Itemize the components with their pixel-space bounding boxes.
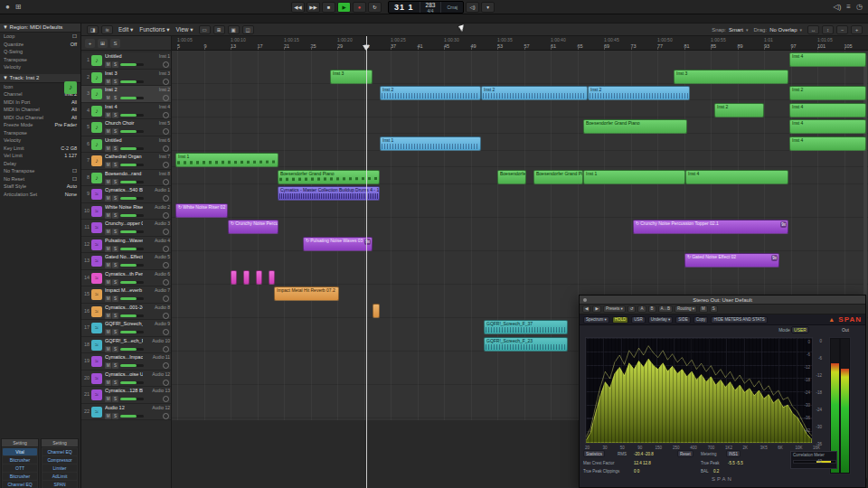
volume-slider[interactable] xyxy=(120,114,144,117)
solo-button[interactable]: S xyxy=(112,262,118,268)
region-inspector-row[interactable]: QuantizeOff xyxy=(0,41,80,49)
mute-button[interactable]: M xyxy=(105,212,111,219)
solo-button[interactable]: S xyxy=(112,296,118,302)
playhead[interactable] xyxy=(366,36,367,488)
solo-button[interactable]: S xyxy=(112,128,118,135)
solo-button[interactable]: S xyxy=(112,95,118,101)
region-inst-2[interactable]: Inst 2 xyxy=(588,86,690,100)
speaker-icon[interactable]: ◁) xyxy=(834,3,842,11)
region-clip[interactable] xyxy=(256,270,262,285)
cycle-button[interactable]: ↻ xyxy=(368,2,382,13)
solo-button[interactable]: S xyxy=(112,229,118,235)
compare-button[interactable]: A xyxy=(637,305,646,313)
region-inst-1[interactable]: Inst 1 xyxy=(583,170,685,184)
solo-button[interactable]: S xyxy=(112,329,118,335)
region-inst-2[interactable]: Inst 2 xyxy=(789,86,866,100)
region-clip[interactable] xyxy=(243,270,250,285)
mute-button[interactable]: M xyxy=(105,145,111,152)
pan-knob[interactable] xyxy=(163,179,169,185)
track-header-22[interactable]: 22≈Audio 12Audio 12MS xyxy=(81,404,172,421)
mute-button[interactable]: M xyxy=(105,362,111,369)
region-inspector-row[interactable]: Q-Swing xyxy=(0,48,80,56)
track-header-17[interactable]: 17≈GQFR!_Screech_F_37Audio 9MS xyxy=(81,320,172,337)
preset-nav-button[interactable]: ◀ xyxy=(582,305,590,313)
plugin-slot[interactable]: Channel EQ xyxy=(42,448,77,455)
volume-slider[interactable] xyxy=(120,147,144,150)
usr-button[interactable]: USR xyxy=(631,316,646,324)
duplicate-track-button[interactable]: ⊞ xyxy=(98,39,108,48)
track-inspector-row[interactable]: Transpose xyxy=(0,129,80,137)
track-icon[interactable]: ♪ xyxy=(64,81,77,94)
apple-menu-icon[interactable]: ● xyxy=(5,3,10,11)
catch-playhead-icon[interactable]: ▣ xyxy=(228,25,240,34)
volume-slider[interactable] xyxy=(120,364,144,367)
pan-knob[interactable] xyxy=(163,162,169,168)
plugin-slot[interactable]: Bitcrusher xyxy=(3,473,37,480)
clock-icon[interactable]: ◷ xyxy=(856,3,863,11)
automation-icon[interactable]: ◨ xyxy=(87,25,99,34)
marquee-tool-icon[interactable]: ⊞ xyxy=(213,25,225,34)
volume-slider[interactable] xyxy=(120,381,144,384)
pan-knob[interactable] xyxy=(163,396,169,402)
solo-button[interactable]: S xyxy=(112,61,118,68)
playhead-marker[interactable] xyxy=(363,45,370,51)
mute-button[interactable]: M xyxy=(105,262,111,268)
track-header-1[interactable]: 1♪UntitledInst 1MS xyxy=(81,52,172,70)
region-boesendorfer-grand-piano[interactable]: Boesendorfer Grand Piano xyxy=(278,170,380,184)
track-inspector-row[interactable]: Vel Limit1 127 xyxy=(0,152,80,160)
zoom-vertical-icon[interactable]: ↕ xyxy=(822,25,834,34)
track-header-21[interactable]: 21≈Cymatics...128 BPMAudio 13MS xyxy=(81,387,172,404)
volume-slider[interactable] xyxy=(120,214,144,217)
region-gqfr-screech-f-37[interactable]: GQFR!_Screech_F_37 xyxy=(484,320,568,334)
track-inspector-row[interactable]: MIDI In PortAll xyxy=(0,99,80,107)
pan-knob[interactable] xyxy=(163,380,169,386)
track-inspector-row[interactable]: Key LimitC-2 G8 xyxy=(0,145,80,153)
track-inspector-row[interactable]: Delay xyxy=(0,160,80,168)
span-plugin-window[interactable]: Stereo Out: User Default ◀▶Presets ▾↺ABA… xyxy=(579,295,866,488)
pan-knob[interactable] xyxy=(163,413,169,419)
track-inspector-row[interactable]: Freeze ModePre Fader xyxy=(0,121,80,129)
channel-strip-stereo-out[interactable]: SettingChannel EQCompressorLimiterAdLimi… xyxy=(41,438,79,488)
stop-button[interactable]: ■ xyxy=(322,2,335,13)
mute-button[interactable]: M xyxy=(105,279,111,286)
close-icon[interactable] xyxy=(583,298,587,302)
spectrum-graph[interactable]: 0-6-12-18-24-30-36-42 xyxy=(585,337,813,444)
compare-button[interactable]: B xyxy=(648,305,656,313)
plugin-slot[interactable]: SPAN xyxy=(42,481,77,488)
track-inspector-row[interactable]: MIDI In ChannelAll xyxy=(0,106,80,114)
channel-mode-button[interactable]: M xyxy=(699,305,708,313)
track-inspector-row[interactable]: Articulation SetNone xyxy=(0,191,80,199)
mute-button[interactable]: M xyxy=(105,79,111,85)
solo-button[interactable]: S xyxy=(112,79,118,85)
plugin-slot[interactable]: Bitcrusher xyxy=(3,456,37,464)
mute-button[interactable]: M xyxy=(105,229,111,235)
region-pulsating-noise-waves-03[interactable]: ↻Pulsating Noise Waves 039x xyxy=(303,237,373,251)
window-grid-icon[interactable]: ⊞ xyxy=(15,3,22,11)
volume-slider[interactable] xyxy=(120,130,144,133)
mute-button[interactable]: M xyxy=(105,329,111,335)
track-header-6[interactable]: 6♪UntitledInst 6MS xyxy=(81,136,172,154)
snap-control[interactable]: Snap: Smart ▾ xyxy=(712,27,748,33)
hold-button[interactable]: HOLD xyxy=(612,316,629,324)
plugin-titlebar[interactable]: Stereo Out: User Default xyxy=(580,296,865,305)
volume-slider[interactable] xyxy=(120,264,144,267)
pointer-tool-icon[interactable]: ▭ xyxy=(199,25,211,34)
mute-button[interactable]: M xyxy=(105,296,111,302)
menu-view[interactable]: View ▾ xyxy=(176,26,193,33)
master-level-icon[interactable]: S xyxy=(110,39,120,48)
channel-strip-inst-2[interactable]: SettingVitalBitcrusherOTTBitcrusherChann… xyxy=(1,438,39,488)
region-impact-metal-hit-reverb-[interactable]: Impact Metal Hit Reverb 07.2 xyxy=(274,286,339,301)
volume-slider[interactable] xyxy=(120,331,144,333)
track-header-11[interactable]: 11≈Crunchy...opper 02Audio 3MS xyxy=(81,220,172,237)
pan-knob[interactable] xyxy=(163,79,169,85)
region-clip[interactable] xyxy=(231,270,237,285)
lcd-tempo-cell[interactable]: 283 4/4 xyxy=(420,2,442,13)
track-header-10[interactable]: 10≈White Noise Riser 02Audio 2MS xyxy=(81,203,172,221)
hide-meters-button[interactable]: HIDE METERS AND STATS xyxy=(711,316,767,324)
mute-button[interactable]: M xyxy=(105,179,111,185)
pan-knob[interactable] xyxy=(163,313,169,319)
strip-setting-button[interactable]: Setting xyxy=(42,439,78,447)
solo-button[interactable]: S xyxy=(112,313,118,319)
side-button[interactable]: SIDE xyxy=(675,316,691,324)
track-header-3[interactable]: 3♪Inst 2Inst 2MS xyxy=(81,86,172,103)
